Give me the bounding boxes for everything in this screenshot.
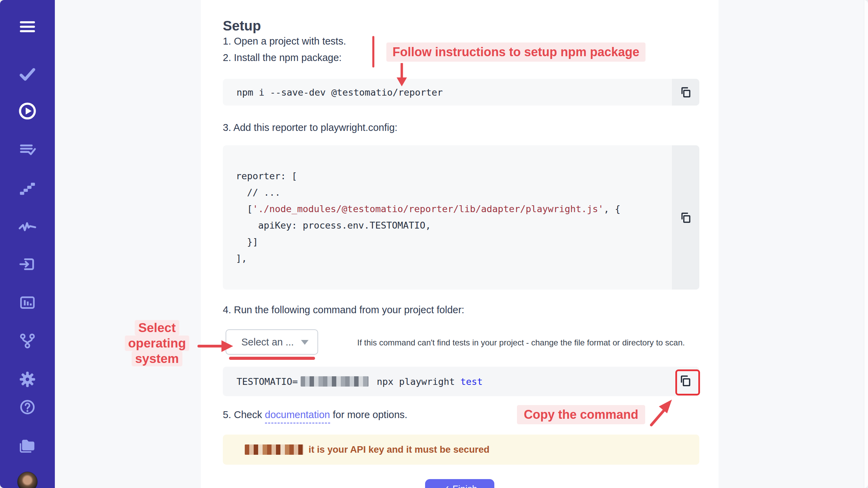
annotation-select-os: Select operating system bbox=[120, 320, 194, 366]
install-command-block: npm i --save-dev @testomatio/reporter bbox=[223, 79, 699, 106]
os-select-value: Select an ... bbox=[241, 337, 294, 348]
annotation-underline bbox=[229, 357, 315, 360]
copy-icon bbox=[679, 94, 692, 99]
redacted-api-key bbox=[301, 376, 369, 387]
play-circle-icon bbox=[18, 101, 37, 122]
hamburger-menu-button[interactable] bbox=[19, 21, 36, 34]
step-2: 2. Install the npm package: bbox=[223, 52, 342, 63]
sidebar-item-help[interactable] bbox=[19, 399, 36, 417]
annotation-vertical-line bbox=[372, 36, 374, 68]
arrow-up-right-icon bbox=[647, 398, 675, 428]
run-command-block: TESTOMATIO= npx playwright test bbox=[223, 367, 699, 396]
list-check-icon bbox=[19, 141, 36, 160]
config-code: reporter: [ // ... ['./node_modules/@tes… bbox=[223, 145, 672, 290]
step-1: 1. Open a project with tests. bbox=[223, 36, 346, 47]
git-branch-icon bbox=[19, 332, 36, 351]
step-3: 3. Add this reporter to playwright.confi… bbox=[223, 122, 397, 133]
config-path-string: './node_modules/@testomatio/reporter/lib… bbox=[253, 204, 604, 214]
sidebar-item-runs[interactable] bbox=[18, 101, 37, 122]
redacted-api-key bbox=[245, 444, 304, 455]
sidebar-item-tests[interactable] bbox=[19, 65, 36, 84]
arrow-right-icon bbox=[197, 339, 234, 355]
finish-button[interactable]: ✓ Finish bbox=[425, 479, 494, 488]
copy-gutter bbox=[672, 79, 699, 106]
scan-hint-text: If this command can't find tests in your… bbox=[357, 338, 685, 347]
config-code-block: reporter: [ // ... ['./node_modules/@tes… bbox=[223, 145, 699, 290]
config-code-text: reporter: [ // ... ['./node_modules/@tes… bbox=[223, 145, 620, 267]
stairs-icon bbox=[19, 180, 36, 198]
install-command-code: npm i --save-dev @testomatio/reporter bbox=[223, 79, 672, 106]
sidebar-item-analytics[interactable] bbox=[19, 294, 36, 313]
run-command-text: TESTOMATIO= npx playwright test bbox=[223, 376, 483, 387]
test-keyword: test bbox=[460, 376, 483, 387]
copy-icon bbox=[679, 220, 692, 225]
hamburger-icon bbox=[19, 21, 36, 34]
sidebar-item-import[interactable] bbox=[19, 256, 36, 274]
sidebar-item-milestones[interactable] bbox=[19, 180, 36, 198]
check-icon bbox=[19, 65, 36, 84]
sign-in-icon bbox=[19, 256, 36, 274]
sidebar-item-test-plans[interactable] bbox=[19, 141, 36, 160]
copy-config-button[interactable] bbox=[679, 211, 692, 224]
warning-text: it is your API key and it must be secure… bbox=[309, 444, 490, 455]
question-circle-icon bbox=[19, 399, 36, 417]
sidebar-item-projects[interactable] bbox=[18, 436, 37, 456]
step-4: 4. Run the following command from your p… bbox=[223, 304, 464, 316]
copy-install-command-button[interactable] bbox=[679, 86, 692, 98]
chevron-down-icon bbox=[301, 340, 309, 345]
copy-gutter bbox=[672, 145, 699, 290]
annotation-copy-highlight-frame bbox=[675, 369, 700, 395]
user-avatar[interactable] bbox=[17, 472, 38, 488]
sidebar-item-activity[interactable] bbox=[19, 218, 36, 237]
bar-chart-icon bbox=[19, 294, 36, 313]
annotation-copy-command: Copy the command bbox=[517, 405, 645, 424]
documentation-link[interactable]: documentation bbox=[265, 409, 330, 424]
arrow-down-icon bbox=[394, 63, 409, 89]
pulse-icon bbox=[19, 218, 36, 237]
sidebar bbox=[0, 0, 55, 488]
avatar-photo bbox=[17, 472, 38, 488]
api-key-warning: it is your API key and it must be secure… bbox=[223, 435, 699, 465]
env-var-text: TESTOMATIO= bbox=[237, 376, 298, 387]
gear-icon bbox=[19, 371, 36, 389]
setup-page: Setup 1. Open a project with tests. 2. I… bbox=[0, 0, 868, 488]
os-select[interactable]: Select an ... bbox=[226, 329, 318, 355]
sidebar-item-branches[interactable] bbox=[19, 332, 36, 351]
sidebar-item-settings[interactable] bbox=[19, 371, 36, 389]
annotation-follow-npm: Follow instructions to setup npm package bbox=[386, 42, 646, 62]
page-title: Setup bbox=[223, 18, 261, 34]
folder-icon bbox=[18, 436, 37, 456]
step-5: 5. Check documentation for more options. bbox=[223, 409, 407, 420]
install-command-text: npm i --save-dev @testomatio/reporter bbox=[223, 87, 443, 98]
vertical-scrollbar[interactable] bbox=[864, 0, 868, 488]
